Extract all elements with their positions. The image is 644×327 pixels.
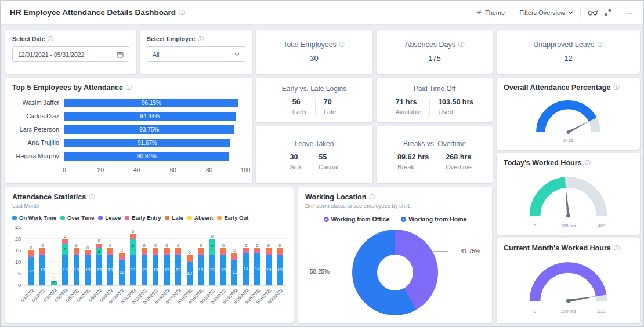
bar-segment[interactable] [231,253,237,257]
bar-segment[interactable] [266,248,272,253]
bar-segment[interactable] [198,248,204,253]
legend-item[interactable]: On Work Time [12,215,56,221]
fullscreen-button[interactable] [605,9,611,16]
date-range-input[interactable]: 12/01/2021 - 05/31/2022 [12,46,129,62]
bar-segment[interactable]: 7 [209,239,215,255]
donut-ring[interactable] [352,230,438,315]
bar-segment[interactable]: 13 [142,255,147,285]
stacked-bar[interactable]: 013 [195,244,206,286]
stacked-bar[interactable]: 0133 [93,239,104,286]
preview-button[interactable] [588,9,598,16]
bar-segment[interactable]: 13 [209,255,215,285]
info-icon[interactable]: ⓘ [584,160,590,166]
bar-segment[interactable]: 7 [130,239,136,255]
stacked-bar[interactable]: 010 [184,250,195,286]
legend-item[interactable]: Early Entry [125,215,161,221]
info-icon[interactable]: ⓘ [339,42,345,48]
stacked-bar[interactable]: 013 [161,244,172,286]
info-icon[interactable]: ⓘ [458,42,464,48]
bar-segment[interactable]: 10 [187,262,193,285]
info-icon[interactable]: ⓘ [614,245,620,251]
bar-segment[interactable] [175,248,181,253]
stacked-bar[interactable]: 013 [274,244,285,286]
stacked-bar[interactable]: 012 [26,246,37,286]
attendance-bar[interactable]: 93.75% [64,125,234,134]
stacked-bar[interactable]: 0135 [59,234,70,286]
stacked-bar[interactable]: 011 [116,248,127,286]
stacked-bar[interactable]: 013 [218,244,229,286]
bar-segment[interactable] [74,248,79,253]
bar-segment[interactable]: 13 [198,255,204,285]
title-info-icon[interactable]: ⓘ [179,10,185,16]
info-icon[interactable]: ⓘ [598,42,603,48]
legend-item[interactable]: Absent [187,215,213,221]
stacked-bar[interactable]: 013 [172,244,183,286]
filters-overview-dropdown[interactable]: Filters Overview [519,9,573,16]
attendance-bar[interactable]: 96.15% [64,99,238,107]
theme-button[interactable]: ☀ Theme [476,9,505,17]
stacked-bar[interactable]: 014 [240,244,251,286]
bar-segment[interactable]: 13 [74,255,79,285]
stacked-bar[interactable]: 0137 [207,234,218,286]
attendance-bar[interactable]: 91.67% [64,139,230,147]
stacked-bar[interactable]: 011 [229,248,240,286]
legend-dot-icon [98,216,103,220]
info-icon[interactable]: ⓘ [613,85,619,90]
bar-segment[interactable] [107,248,113,253]
bar-segment[interactable]: 13 [164,255,170,285]
bar-segment[interactable]: 11 [231,260,237,285]
legend-item[interactable]: Working from Office [324,216,390,223]
bar-segment[interactable]: 13 [107,255,113,285]
stacked-bar[interactable]: 013 [139,244,150,286]
bar-segment[interactable]: 13 [39,255,45,285]
attendance-bar[interactable]: 90.91% [64,152,229,161]
employee-select[interactable]: All [147,46,245,62]
info-icon[interactable]: ⓘ [197,36,203,42]
info-icon[interactable]: ⓘ [126,85,132,90]
more-options-button[interactable]: ⋯ [625,8,634,17]
bar-segment[interactable]: 13 [277,255,283,285]
legend-item[interactable]: Leave [98,215,121,221]
stacked-bar[interactable]: 013 [71,244,82,286]
bar-segment[interactable]: 14 [254,253,260,285]
stacked-bar[interactable]: 013 [37,244,48,286]
stacked-bar[interactable]: 013 [82,246,93,286]
bar-segment[interactable] [187,255,193,260]
legend-item[interactable]: Over Time [60,215,94,221]
info-icon[interactable]: ⓘ [48,36,53,42]
attendance-bar[interactable]: 94.44% [64,112,236,121]
bar-segment[interactable] [277,248,283,253]
bar-segment[interactable]: 13 [62,255,68,285]
bar-segment[interactable] [220,248,226,253]
bar-segment[interactable]: 13 [96,255,102,285]
bar-segment[interactable]: 13 [266,255,272,285]
bar-segment[interactable] [39,248,45,253]
bar-segment[interactable] [119,253,125,257]
legend-item[interactable]: Early Out [217,215,248,221]
stacked-bar[interactable]: 013 [104,244,115,286]
bar-segment[interactable]: 13 [153,255,158,285]
bar-segment[interactable]: 13 [130,255,136,285]
bar-segment[interactable] [28,250,34,255]
legend-item[interactable]: Late [165,215,183,221]
legend-item[interactable]: Working from Home [401,216,466,223]
bar-segment[interactable]: 5 [62,244,68,255]
bar-segment[interactable] [153,248,158,253]
info-icon[interactable]: ⓘ [369,194,375,200]
bar-segment[interactable]: 13 [85,255,91,285]
bar-segment[interactable] [164,248,170,253]
bar-segment[interactable]: 14 [243,253,249,285]
bar-segment[interactable]: 13 [220,255,226,285]
bar-segment[interactable]: 13 [175,255,181,285]
stacked-bar[interactable]: 0137 [127,230,138,286]
stacked-bar[interactable]: 02 [48,276,59,286]
bar-segment[interactable] [142,248,147,253]
bar-segment[interactable]: 11 [119,260,125,285]
bar-segment[interactable]: 3 [96,248,102,255]
stacked-bar[interactable]: 013 [263,244,274,286]
bar-segment[interactable]: 12 [28,257,34,285]
stacked-bar[interactable]: 014 [252,244,263,286]
bar-segment[interactable]: 2 [51,281,57,285]
info-icon[interactable]: ⓘ [89,194,95,200]
stacked-bar[interactable]: 013 [150,244,161,286]
